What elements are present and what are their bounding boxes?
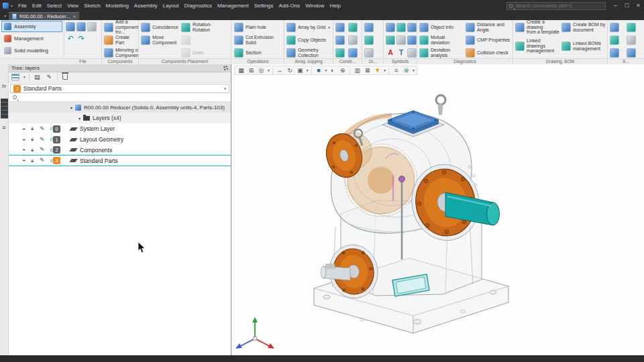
menu-view[interactable]: View [64, 0, 81, 11]
layers-group-row[interactable]: ▾ Layers (x4) [9, 113, 231, 123]
spec-icon-5[interactable] [627, 36, 636, 45]
display-mode-icon[interactable]: ■ [315, 66, 323, 75]
layer-row-layout-geometry[interactable]: ✎ 1 Layout Geometry [9, 134, 231, 145]
tree-view-mode-icon[interactable] [11, 74, 19, 80]
linked-drawings-button[interactable]: Linked drawings management [515, 40, 561, 52]
mode-management[interactable]: Management [1, 33, 62, 44]
zoom-icon[interactable]: ◎ [257, 66, 266, 75]
minimize-button[interactable]: – [610, 0, 621, 11]
open-document-icon[interactable] [66, 22, 75, 32]
rotation-rotation-button[interactable]: Rotation- Rotation [180, 21, 229, 34]
add-view-icon[interactable]: ⊞ [247, 66, 256, 75]
edit-pencil-icon[interactable]: ✎ [40, 126, 45, 132]
layer-name[interactable]: System Layer [80, 125, 115, 132]
menu-select[interactable]: Select [44, 0, 64, 11]
chevron-down-icon[interactable]: ▾ [23, 75, 25, 79]
clip-icon[interactable]: ⊗ [402, 66, 411, 75]
chevron-down-icon[interactable]: ▾ [70, 105, 72, 110]
dimension-icon-3[interactable] [364, 48, 374, 58]
mutual-deviation-button[interactable]: Mutual deviation [419, 34, 465, 46]
constraint-icon-4[interactable] [348, 23, 358, 32]
copy-objects-button[interactable]: Copy Objects [286, 34, 331, 46]
layer-name[interactable]: Standard Parts [80, 158, 118, 164]
constraint-icon-5[interactable] [348, 36, 358, 45]
menu-sketch[interactable]: Sketch [81, 0, 103, 11]
document-tab[interactable]: R00.00.00 - Reducer... × [9, 12, 79, 20]
spec-icon-2[interactable] [610, 36, 619, 45]
edit-layers-icon[interactable]: ✎ [45, 73, 54, 81]
app-menu-chevron-icon[interactable]: ▾ [11, 3, 13, 8]
spec-icon-1[interactable] [610, 23, 619, 32]
chevron-down-icon[interactable]: ▾ [413, 68, 415, 72]
tab-close-icon[interactable]: × [72, 13, 76, 19]
panel-menu-icon[interactable]: ≡ [0, 124, 8, 131]
menu-settings[interactable]: Settings [252, 0, 276, 11]
chevron-down-icon[interactable]: ▾ [384, 68, 386, 72]
half-shade-icon[interactable]: ◐ [328, 66, 337, 75]
filter-funnel-icon[interactable]: ▼ [373, 66, 382, 75]
symbol-icon-7[interactable] [407, 48, 417, 58]
symbol-icon-3[interactable] [396, 23, 406, 32]
tree-search-input[interactable] [19, 95, 227, 101]
create-bom-button[interactable]: Create BOM by document [561, 21, 607, 34]
edit-pencil-icon[interactable]: ✎ [40, 147, 45, 153]
display-options-icon[interactable]: ≡ [392, 66, 400, 75]
cmp-properties-button[interactable]: CMP Properties [465, 34, 513, 46]
tree-root-row[interactable]: ▾ R00.00.00 Reducer (Solids-0, Assembly … [9, 102, 231, 113]
menu-assembly[interactable]: Assembly [131, 0, 160, 11]
orientation-icon[interactable]: ▥ [353, 66, 362, 75]
layer-name[interactable]: Components [80, 147, 112, 154]
plain-hole-button[interactable]: Plain hole [233, 21, 282, 34]
constraint-icon-1[interactable] [335, 23, 345, 32]
spec-icon-4[interactable] [627, 23, 636, 32]
chevron-down-icon[interactable]: ▾ [307, 68, 309, 72]
edit-pencil-icon[interactable]: ✎ [40, 137, 45, 143]
symbol-icon-5[interactable] [407, 23, 417, 32]
chevron-down-icon[interactable]: ▾ [268, 68, 270, 72]
reducer-3d-model[interactable] [232, 64, 644, 355]
mode-assembly[interactable]: Assembly [1, 21, 62, 32]
menu-addons[interactable]: Add-Ons [276, 0, 303, 11]
delete-layer-trash-icon[interactable] [62, 74, 68, 80]
visibility-eye-icon[interactable] [22, 147, 25, 153]
lock-icon[interactable] [31, 158, 34, 164]
create-part-button[interactable]: Create Part [103, 34, 137, 46]
add-component-button[interactable]: Add a component fro... [103, 21, 137, 34]
title-text-icon[interactable]: T [396, 48, 406, 58]
fix-component-button[interactable] [180, 34, 229, 46]
constraint-icon-3[interactable] [335, 48, 345, 58]
menu-diagnostics[interactable]: Diagnostics [182, 0, 215, 11]
symbol-icon-1[interactable] [386, 23, 395, 32]
visibility-eye-icon[interactable] [22, 158, 25, 164]
search-input[interactable] [515, 3, 603, 9]
array-by-grid-button[interactable]: Array by Grid ▾ [286, 21, 331, 34]
visibility-eye-icon[interactable] [22, 137, 25, 143]
collision-check-button[interactable]: Collision check [465, 46, 513, 58]
menu-file[interactable]: File [15, 0, 30, 11]
lock-icon[interactable] [31, 136, 34, 143]
viewport-3d[interactable]: ▦ ⊞ ◎▾ ↔ ↻ ▣▾ ■▾ ◐ ⊕ ▥ ⊠ ▼▾ ≡ ⊗▾ [232, 64, 644, 355]
object-info-button[interactable]: Object Info [419, 21, 465, 34]
current-layer-dropdown[interactable]: 3 Standard Parts ▾ [10, 84, 229, 93]
dimension-icon-1[interactable] [364, 23, 374, 32]
coincidence-button[interactable]: Coincidence [140, 21, 180, 34]
symbol-icon-6[interactable] [407, 36, 417, 45]
show-structure-icon[interactable]: ▤ [33, 73, 42, 81]
chevron-down-icon[interactable]: ▾ [325, 68, 327, 72]
save-document-icon[interactable] [76, 22, 86, 32]
constraint-icon-6[interactable] [348, 48, 358, 58]
visibility-eye-icon[interactable] [22, 126, 25, 132]
tab-list-chevron-icon[interactable]: ▾ [0, 13, 9, 20]
text-symbol-icon[interactable]: A [386, 48, 395, 58]
layer-name[interactable]: Layout Geometry [80, 136, 123, 143]
redo-icon[interactable]: ↷ [76, 34, 86, 43]
menu-layout[interactable]: Layout [160, 0, 182, 11]
edit-pencil-icon[interactable]: ✎ [40, 158, 45, 164]
undo-placement-button[interactable]: Undo [180, 46, 229, 58]
layer-row-system[interactable]: ✎ 0 System Layer [9, 123, 231, 134]
chevron-down-icon[interactable]: ▾ [224, 86, 226, 90]
move-component-button[interactable]: Move Component [140, 34, 180, 46]
distance-angle-button[interactable]: Distance and Angle [465, 21, 513, 34]
maximize-button[interactable]: □ [621, 0, 633, 11]
menu-management[interactable]: Management [215, 0, 252, 11]
